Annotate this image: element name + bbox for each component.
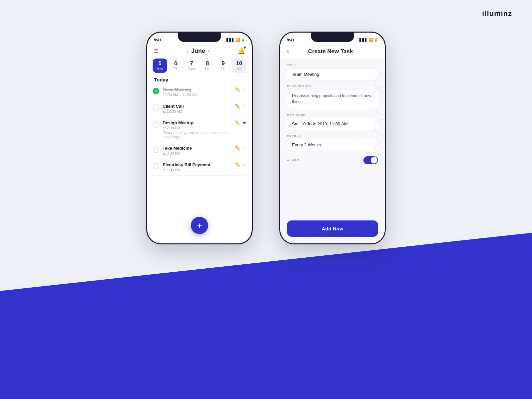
task-desc-3: Discuss runing projects and Implements n… bbox=[163, 131, 232, 139]
wifi-icon-2: 🛜 bbox=[369, 38, 373, 42]
task-item-2[interactable]: Client Call at 11:00 AM ✏️ ☆ bbox=[153, 100, 246, 117]
alarm-label: ALARM bbox=[287, 159, 300, 162]
date-day-5: Mon bbox=[157, 67, 163, 71]
phone2-notch bbox=[311, 33, 354, 42]
reminder-label: REMINDER bbox=[287, 113, 378, 116]
task-actions-4: ✏️ ☆ bbox=[235, 146, 246, 151]
notification-bell-icon[interactable]: 🔔 bbox=[238, 47, 245, 55]
date-8[interactable]: 8 Thu bbox=[200, 59, 215, 73]
phone2-content: ‹ Create New Task TITLE Team Meeting bbox=[280, 45, 385, 243]
edit-icon-4[interactable]: ✏️ bbox=[235, 146, 240, 151]
task-info-5: Electricity Bill Payment at 7:00 PM bbox=[163, 162, 232, 172]
create-task-title: Create New Task bbox=[293, 48, 368, 55]
date-num-8: 8 bbox=[206, 61, 209, 66]
date-10[interactable]: 10 Sat bbox=[232, 59, 246, 73]
task-item-1[interactable]: ✓ Team Meeting 10:00 AM – 11:00 AM ✏️ ☆ bbox=[153, 84, 246, 100]
phone2-time: 9:41 bbox=[287, 38, 294, 42]
date-num-7: 7 bbox=[190, 61, 193, 66]
task-actions-2: ✏️ ☆ bbox=[235, 104, 246, 109]
task-title-4: Take Medicine bbox=[163, 146, 232, 151]
date-day-9: Fri bbox=[221, 67, 225, 71]
edit-icon-1[interactable]: ✏️ bbox=[235, 87, 240, 92]
task-item-3[interactable]: Design Meetup at 2:00 PM Discuss runing … bbox=[153, 117, 246, 142]
task-info-2: Client Call at 11:00 AM bbox=[163, 104, 232, 113]
star-icon-4[interactable]: ☆ bbox=[242, 146, 246, 151]
date-num-9: 9 bbox=[222, 61, 225, 66]
task-time-2: at 11:00 AM bbox=[163, 109, 232, 113]
reminder-input[interactable]: Sat, 10 June 2019, 11:00 AM bbox=[287, 118, 378, 130]
date-5[interactable]: 5 Mon bbox=[153, 59, 167, 73]
date-9[interactable]: 9 Fri bbox=[216, 59, 231, 73]
repeat-group: REPEAT Every 2 Weeks bbox=[287, 134, 378, 151]
description-input[interactable]: Discuss runing projects and Implements n… bbox=[287, 89, 378, 109]
month-label: June bbox=[191, 48, 205, 55]
repeat-input[interactable]: Every 2 Weeks bbox=[287, 139, 378, 151]
edit-icon-3[interactable]: ✏️ bbox=[235, 120, 240, 125]
phone1: 9:41 ▋▋▋ 🛜 🔋 ☰ ‹ June › 🔔 bbox=[146, 32, 253, 244]
date-row: 5 Mon 6 Tue 7 Wed 8 Thu 9 Fri bbox=[147, 57, 252, 74]
task-actions-1: ✏️ ☆ bbox=[235, 87, 246, 92]
description-label: DESCRIPTION bbox=[287, 84, 378, 88]
reminder-group: REMINDER Sat, 10 June 2019, 11:00 AM bbox=[287, 113, 378, 130]
task-time-1: 10:00 AM – 11:00 AM bbox=[163, 93, 232, 97]
blue-background bbox=[0, 233, 532, 399]
calendar-header: ☰ ‹ June › 🔔 bbox=[147, 45, 252, 57]
add-task-fab[interactable]: + bbox=[191, 217, 208, 234]
toggle-knob bbox=[371, 157, 377, 164]
star-icon-2[interactable]: ☆ bbox=[242, 104, 246, 109]
star-icon-5[interactable]: ☆ bbox=[242, 162, 246, 167]
date-day-7: Wed bbox=[188, 67, 195, 71]
task-check-2[interactable] bbox=[153, 104, 159, 111]
date-num-6: 6 bbox=[174, 61, 177, 66]
task-time-5: at 7:00 PM bbox=[163, 168, 232, 172]
task-time-4: at 3:30 PM bbox=[163, 151, 232, 155]
alarm-toggle[interactable] bbox=[363, 156, 378, 164]
title-label: TITLE bbox=[287, 64, 378, 67]
task-check-1[interactable]: ✓ bbox=[153, 88, 159, 94]
wifi-icon: 🛜 bbox=[236, 38, 240, 42]
edit-icon-5[interactable]: ✏️ bbox=[235, 162, 240, 167]
task-check-5[interactable] bbox=[153, 163, 159, 170]
signal-icon: ▋▋▋ bbox=[226, 38, 234, 42]
signal-icon-2: ▋▋▋ bbox=[359, 38, 367, 42]
phone1-content: ☰ ‹ June › 🔔 5 Mon 6 Tu bbox=[147, 45, 252, 243]
task-title-3: Design Meetup bbox=[163, 120, 232, 125]
date-num-10: 10 bbox=[236, 61, 242, 66]
next-month-arrow[interactable]: › bbox=[208, 48, 209, 54]
task-info-1: Team Meeting 10:00 AM – 11:00 AM bbox=[163, 87, 232, 97]
month-nav: ‹ June › bbox=[187, 48, 209, 55]
notification-dot bbox=[244, 47, 246, 49]
add-now-button[interactable]: Add Now bbox=[287, 220, 378, 237]
star-filled-icon-3[interactable]: ★ bbox=[242, 120, 246, 125]
task-actions-5: ✏️ ☆ bbox=[235, 162, 246, 167]
task-title-2: Client Call bbox=[163, 104, 232, 109]
create-task-header: ‹ Create New Task bbox=[280, 45, 385, 58]
phones-container: 9:41 ▋▋▋ 🛜 🔋 ☰ ‹ June › 🔔 bbox=[146, 32, 386, 244]
phone2: 9:41 ▋▋▋ 🛜 🔋 ‹ Create New Task bbox=[279, 32, 386, 244]
date-6[interactable]: 6 Tue bbox=[169, 59, 183, 73]
task-check-4[interactable] bbox=[153, 146, 159, 153]
date-day-8: Thu bbox=[204, 67, 210, 71]
phone2-status-icons: ▋▋▋ 🛜 🔋 bbox=[359, 38, 378, 42]
task-check-3[interactable] bbox=[153, 121, 159, 128]
date-day-10: Sat bbox=[237, 67, 242, 71]
phone1-status-icons: ▋▋▋ 🛜 🔋 bbox=[226, 38, 245, 42]
phone1-notch bbox=[178, 33, 221, 42]
star-icon-1[interactable]: ☆ bbox=[242, 87, 246, 92]
description-group: DESCRIPTION Discuss runing projects and … bbox=[287, 84, 378, 109]
edit-icon-2[interactable]: ✏️ bbox=[235, 104, 240, 109]
task-item-5[interactable]: Electricity Bill Payment at 7:00 PM ✏️ ☆ bbox=[153, 159, 246, 176]
date-7[interactable]: 7 Wed bbox=[184, 59, 199, 73]
task-title-5: Electricity Bill Payment bbox=[163, 162, 232, 167]
back-button[interactable]: ‹ bbox=[287, 48, 289, 55]
task-info-3: Design Meetup at 2:00 PM Discuss runing … bbox=[163, 120, 232, 139]
form-body: TITLE Team Meeting DESCRIPTION Discuss r… bbox=[280, 58, 385, 218]
title-input[interactable]: Team Meeting bbox=[287, 68, 378, 80]
today-label: Today bbox=[147, 74, 252, 84]
brand-logo: illuminz bbox=[482, 9, 512, 18]
task-item-4[interactable]: Take Medicine at 3:30 PM ✏️ ☆ bbox=[153, 142, 246, 159]
hamburger-icon[interactable]: ☰ bbox=[154, 48, 159, 54]
prev-month-arrow[interactable]: ‹ bbox=[187, 48, 189, 54]
date-day-6: Tue bbox=[173, 67, 179, 71]
title-group: TITLE Team Meeting bbox=[287, 64, 378, 80]
